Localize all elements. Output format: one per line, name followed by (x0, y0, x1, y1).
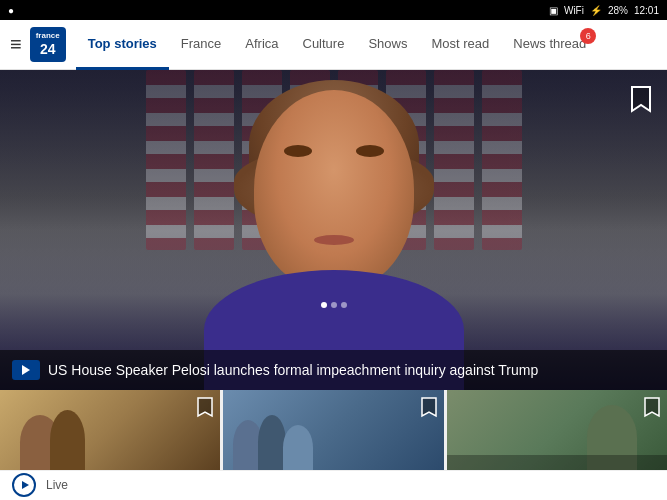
hero-image (0, 70, 667, 390)
thumbnail-3-bookmark[interactable] (643, 396, 661, 422)
hero-portrait (174, 70, 494, 390)
hero-bookmark-button[interactable] (627, 82, 655, 116)
logo-text-france: france (36, 31, 60, 41)
thumbnail-3[interactable] (447, 390, 667, 470)
battery-indicator: 28% (608, 5, 628, 16)
status-time: 12:01 (634, 5, 659, 16)
tab-shows[interactable]: Shows (356, 20, 419, 70)
charging-icon: ⚡ (590, 5, 602, 16)
live-label: Live (46, 478, 68, 492)
status-bar: ● ▣ WiFi ⚡ 28% 12:01 (0, 0, 667, 20)
france24-logo[interactable]: france 24 (30, 27, 66, 61)
progress-dot-2 (331, 302, 337, 308)
carousel-progress (321, 302, 347, 308)
progress-dot-3 (341, 302, 347, 308)
status-right: ▣ WiFi ⚡ 28% 12:01 (549, 5, 659, 16)
app-header: ≡ france 24 Top stories France Africa Cu… (0, 20, 667, 70)
news-thread-badge: 6 (580, 28, 596, 44)
status-left: ● (8, 5, 14, 16)
progress-dot-1 (321, 302, 327, 308)
hero-caption: US House Speaker Pelosi launches formal … (0, 350, 667, 390)
live-play-button[interactable] (12, 473, 36, 497)
news-thread-label: News thread (513, 36, 586, 51)
thumbnail-2-bookmark[interactable] (420, 396, 438, 422)
tab-france[interactable]: France (169, 20, 233, 70)
tab-africa[interactable]: Africa (233, 20, 290, 70)
tab-culture[interactable]: Culture (291, 20, 357, 70)
hero-section: US House Speaker Pelosi launches formal … (0, 70, 667, 390)
thumbnail-1[interactable] (0, 390, 220, 470)
thumbnail-row (0, 390, 667, 470)
hero-caption-text: US House Speaker Pelosi launches formal … (48, 361, 538, 379)
sim-icon: ▣ (549, 5, 558, 16)
tab-top-stories[interactable]: Top stories (76, 20, 169, 70)
bottom-bar: Live (0, 470, 667, 498)
face (254, 90, 414, 290)
tab-news-thread[interactable]: News thread 6 (501, 20, 598, 70)
thumbnail-2[interactable] (223, 390, 443, 470)
thumbnail-1-bookmark[interactable] (196, 396, 214, 422)
tab-most-read[interactable]: Most read (419, 20, 501, 70)
hamburger-menu-button[interactable]: ≡ (10, 33, 22, 56)
status-dot-icon: ● (8, 5, 14, 16)
video-icon (12, 360, 40, 380)
wifi-icon: WiFi (564, 5, 584, 16)
nav-tabs: Top stories France Africa Culture Shows … (76, 20, 657, 70)
logo-text-24: 24 (36, 41, 60, 58)
